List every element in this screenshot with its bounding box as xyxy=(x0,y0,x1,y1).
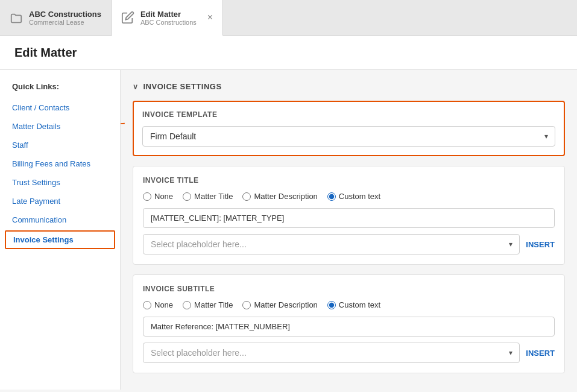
invoice-title-text-input[interactable] xyxy=(143,208,555,228)
tab-edit-matter[interactable]: Edit Matter ABC Constructions × xyxy=(112,0,223,36)
invoice-subtitle-radio-matter-title-input[interactable] xyxy=(183,301,191,309)
invoice-subtitle-placeholder-select-wrap: Select placeholder here... ▾ xyxy=(143,343,520,363)
invoice-subtitle-placeholder-select[interactable]: Select placeholder here... xyxy=(143,343,520,363)
tab-edit-matter-title: Edit Matter xyxy=(140,10,197,19)
invoice-subtitle-radio-matter-description[interactable]: Matter Description xyxy=(242,300,317,309)
invoice-title-radio-matter-description-label: Matter Description xyxy=(254,192,317,201)
invoice-title-radio-matter-title-input[interactable] xyxy=(183,192,191,201)
folder-icon xyxy=(10,11,23,25)
sidebar-item-trust-settings[interactable]: Trust Settings xyxy=(0,173,120,192)
invoice-title-radio-custom-text-input[interactable] xyxy=(327,192,336,201)
section-title: INVOICE SETTINGS xyxy=(143,82,222,91)
invoice-subtitle-radio-none-label: None xyxy=(154,300,173,309)
section-collapse-icon[interactable]: ∨ xyxy=(133,83,139,91)
invoice-title-radio-none[interactable]: None xyxy=(143,192,173,201)
tab-edit-matter-close[interactable]: × xyxy=(207,13,213,22)
invoice-subtitle-radio-matter-title-label: Matter Title xyxy=(194,300,233,309)
invoice-subtitle-card: INVOICE SUBTITLE None Matter Title Matte… xyxy=(133,274,565,373)
invoice-title-card: INVOICE TITLE None Matter Title Matter D… xyxy=(133,166,565,265)
tab-abc-constructions-title: ABC Constructions xyxy=(29,10,101,19)
sidebar-item-communication[interactable]: Communication xyxy=(0,210,120,229)
sidebar: Quick Links: Client / Contacts Matter De… xyxy=(0,70,121,390)
invoice-title-placeholder-select[interactable]: Select placeholder here... xyxy=(143,234,520,254)
invoice-subtitle-placeholder-row: Select placeholder here... ▾ INSERT xyxy=(143,343,555,363)
invoice-subtitle-insert-button[interactable]: INSERT xyxy=(526,346,555,360)
sidebar-item-staff[interactable]: Staff xyxy=(0,136,120,154)
tab-edit-matter-text: Edit Matter ABC Constructions xyxy=(140,10,197,26)
invoice-subtitle-radio-none[interactable]: None xyxy=(143,300,173,309)
tab-abc-constructions-subtitle: Commercial Lease xyxy=(29,19,101,26)
invoice-title-radio-custom-text[interactable]: Custom text xyxy=(327,192,380,201)
invoice-title-insert-button[interactable]: INSERT xyxy=(526,238,555,251)
invoice-subtitle-radio-group: None Matter Title Matter Description Cus… xyxy=(143,300,555,309)
tab-abc-constructions-text: ABC Constructions Commercial Lease xyxy=(29,10,101,26)
sidebar-item-late-payment[interactable]: Late Payment xyxy=(0,192,120,210)
invoice-title-radio-custom-text-label: Custom text xyxy=(339,192,380,201)
invoice-subtitle-radio-custom-text-input[interactable] xyxy=(327,301,336,309)
sidebar-item-client-contacts[interactable]: Client / Contacts xyxy=(0,98,120,117)
tab-edit-matter-subtitle: ABC Constructions xyxy=(140,19,197,26)
invoice-subtitle-radio-matter-description-input[interactable] xyxy=(242,301,251,309)
main-content: ∨ INVOICE SETTINGS INVOICE TEMPLATE Firm… xyxy=(121,70,577,390)
invoice-title-placeholder-select-wrapper: Select placeholder here... ▾ xyxy=(143,234,520,254)
invoice-title-placeholder-row: Select placeholder here... ▾ INSERT xyxy=(143,234,555,254)
invoice-subtitle-radio-custom-text[interactable]: Custom text xyxy=(327,300,380,309)
invoice-title-radio-group: None Matter Title Matter Description Cus… xyxy=(143,192,555,201)
sidebar-section-title: Quick Links: xyxy=(0,82,120,98)
invoice-subtitle-placeholder-select-wrapper: Select placeholder here... ▾ xyxy=(143,343,520,363)
invoice-title-radio-none-label: None xyxy=(154,192,173,201)
page-header: Edit Matter xyxy=(0,36,577,70)
invoice-subtitle-radio-matter-title[interactable]: Matter Title xyxy=(183,300,233,309)
page-title: Edit Matter xyxy=(14,46,563,60)
invoice-title-radio-none-input[interactable] xyxy=(143,192,151,201)
invoice-subtitle-radio-matter-description-label: Matter Description xyxy=(254,300,317,309)
layout: Quick Links: Client / Contacts Matter De… xyxy=(0,70,577,390)
tab-bar: ABC Constructions Commercial Lease Edit … xyxy=(0,0,577,36)
sidebar-item-matter-details[interactable]: Matter Details xyxy=(0,117,120,136)
invoice-title-placeholder-select-wrap: Select placeholder here... ▾ xyxy=(143,234,520,254)
edit-icon xyxy=(121,11,134,24)
invoice-title-radio-matter-description-input[interactable] xyxy=(242,192,251,201)
invoice-subtitle-radio-none-input[interactable] xyxy=(143,301,151,309)
tab-abc-constructions[interactable]: ABC Constructions Commercial Lease xyxy=(0,0,112,36)
sidebar-item-invoice-settings[interactable]: Invoice Settings xyxy=(5,230,115,249)
invoice-title-radio-matter-title-label: Matter Title xyxy=(194,192,233,201)
invoice-title-radio-matter-description[interactable]: Matter Description xyxy=(242,192,317,201)
invoice-template-label: INVOICE TEMPLATE xyxy=(142,110,555,119)
invoice-subtitle-label: INVOICE SUBTITLE xyxy=(143,285,555,293)
invoice-subtitle-radio-custom-text-label: Custom text xyxy=(339,300,380,309)
invoice-settings-section-header: ∨ INVOICE SETTINGS xyxy=(133,82,565,91)
invoice-subtitle-text-input[interactable] xyxy=(143,317,555,337)
invoice-template-select[interactable]: Firm Default Custom Template 1 Custom Te… xyxy=(142,126,555,147)
invoice-template-card: INVOICE TEMPLATE Firm Default Custom Tem… xyxy=(133,101,565,156)
invoice-template-select-wrapper: Firm Default Custom Template 1 Custom Te… xyxy=(142,126,555,147)
invoice-title-radio-matter-title[interactable]: Matter Title xyxy=(183,192,233,201)
invoice-title-label: INVOICE TITLE xyxy=(143,176,555,185)
sidebar-item-billing-fees[interactable]: Billing Fees and Rates xyxy=(0,154,120,173)
